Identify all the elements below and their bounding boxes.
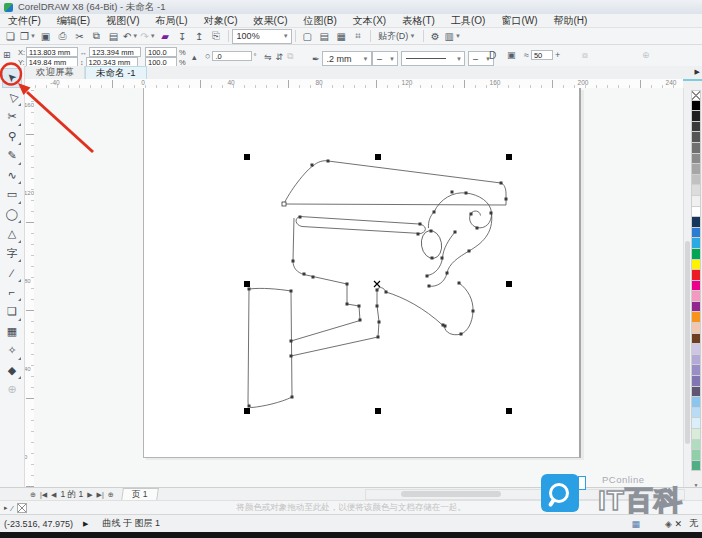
color-swatch[interactable] (691, 122, 701, 133)
mirror-vertical-button[interactable]: ⇵ (274, 52, 286, 62)
color-swatch[interactable] (691, 154, 701, 165)
previous-page-button[interactable]: ◀ (49, 491, 58, 499)
color-swatch[interactable] (691, 440, 701, 451)
color-swatch[interactable] (691, 249, 701, 260)
color-swatch[interactable] (691, 291, 701, 302)
application-launcher-button[interactable]: ▥ ▼ (445, 29, 461, 43)
color-swatch[interactable] (691, 302, 701, 313)
polygon-tool[interactable]: △ (2, 224, 22, 244)
document-palette-icon[interactable]: ▦ (631, 519, 640, 529)
arrow-start-combo[interactable]: –▼ (372, 51, 398, 66)
outline-width-combo[interactable]: .2 mm▼ (322, 51, 372, 66)
zoom-level-combo[interactable]: 100%▼ (232, 29, 292, 44)
menu-item[interactable]: 视图(V) (98, 14, 147, 27)
vertical-scrollbar-thumb[interactable] (685, 241, 690, 444)
interactive-fill-tool[interactable]: ◆ (2, 361, 22, 381)
redo-button[interactable]: ↷ ▼ (140, 29, 155, 43)
color-swatch[interactable] (691, 238, 701, 249)
mirror-horizontal-button[interactable]: ⇋ (262, 52, 274, 62)
first-page-button[interactable]: |◀ (38, 491, 49, 499)
document-page[interactable] (143, 88, 581, 458)
color-eyedropper-tool[interactable]: ✧ (2, 341, 22, 361)
color-swatch[interactable] (691, 429, 701, 440)
color-swatch[interactable] (691, 101, 701, 112)
connector-tool[interactable]: ⌐ (2, 283, 22, 303)
publish-pdf-button[interactable]: ⎘ (209, 29, 224, 43)
color-swatch[interactable] (691, 143, 701, 154)
color-swatch[interactable] (691, 376, 701, 387)
color-swatch[interactable] (691, 132, 701, 143)
color-swatch[interactable] (691, 281, 701, 292)
color-swatch[interactable] (691, 270, 701, 281)
color-swatch[interactable] (691, 344, 701, 355)
color-swatch[interactable] (691, 185, 701, 196)
color-swatch[interactable] (691, 111, 701, 122)
document-tab[interactable]: 欢迎屏幕 (26, 66, 85, 79)
document-tab[interactable]: 未命名 -1 (85, 66, 147, 79)
menu-item[interactable]: 效果(C) (246, 14, 296, 27)
menu-item[interactable]: 布局(L) (147, 14, 195, 27)
color-swatch[interactable] (691, 365, 701, 376)
paste-button[interactable]: ▤ (106, 29, 121, 43)
menu-item[interactable]: 文本(X) (345, 14, 394, 27)
smoothing-stepper[interactable]: + (553, 50, 562, 60)
shape-tool[interactable]: ▷ (2, 88, 22, 108)
pick-tool[interactable]: ➤ (2, 68, 22, 88)
color-swatch[interactable] (691, 334, 701, 345)
drawing-canvas[interactable] (34, 88, 683, 487)
rotation-angle-input[interactable]: .0 (212, 51, 252, 61)
rectangle-tool[interactable]: ▭ (2, 185, 22, 205)
color-swatch[interactable] (691, 450, 701, 461)
color-swatch[interactable] (691, 260, 701, 271)
search-content-button[interactable]: ▰ (158, 29, 173, 43)
zoom-tool[interactable]: ⚲ (2, 127, 22, 147)
save-button[interactable]: ▣ (38, 29, 53, 43)
last-page-button[interactable]: ▶| (95, 491, 106, 499)
show-guides-button[interactable]: ⌗ (351, 29, 366, 43)
weld-button[interactable]: ⧉ (285, 51, 295, 62)
crop-tool[interactable]: ✂ (2, 107, 22, 127)
color-swatch[interactable] (691, 175, 701, 186)
open-button[interactable]: ❐ ▼ (20, 29, 36, 43)
show-grid-button[interactable]: ▦ (334, 29, 349, 43)
text-tool[interactable]: 字 (2, 244, 22, 264)
undo-button[interactable]: ↶ ▼ (123, 29, 138, 43)
menu-item[interactable]: 对象(C) (196, 14, 246, 27)
menu-item[interactable]: 编辑(E) (49, 14, 98, 27)
tab-scroll-right-button[interactable]: ▶ (695, 68, 700, 76)
smoothing-input[interactable]: 50 (531, 50, 553, 60)
new-document-button[interactable]: ❏ (3, 29, 18, 43)
color-swatch[interactable] (691, 387, 701, 398)
print-button[interactable]: ⎙ (55, 29, 70, 43)
transparency-tool[interactable]: ▦ (2, 322, 22, 342)
two-point-line-tool[interactable]: ∿ (2, 166, 22, 186)
add-page-button[interactable]: ⊕ (28, 491, 38, 499)
color-swatch[interactable] (691, 207, 701, 218)
full-screen-preview-button[interactable]: ▢ (300, 29, 315, 43)
menu-item[interactable]: 帮助(H) (546, 14, 596, 27)
snap-to-button[interactable]: 贴齐(D)▼ (375, 29, 419, 43)
cut-button[interactable]: ✂ (72, 29, 87, 43)
color-swatch[interactable] (691, 461, 701, 472)
close-curve-button[interactable]: D (487, 50, 498, 61)
menu-item[interactable]: 工具(O) (443, 14, 493, 27)
line-style-combo[interactable]: ▼ (401, 51, 465, 66)
color-swatch[interactable] (691, 408, 701, 419)
color-swatch[interactable] (691, 196, 701, 207)
object-width-input[interactable]: 123.394 mm (89, 47, 141, 57)
options-button[interactable]: ⚙ (428, 29, 443, 43)
color-swatch[interactable] (691, 312, 701, 323)
show-rulers-button[interactable]: ▤ (317, 29, 332, 43)
scale-h-input[interactable]: 100.0 (145, 47, 177, 57)
copy-button[interactable]: ⧉ (89, 29, 104, 43)
menu-item[interactable]: 文件(F) (0, 14, 49, 27)
ellipse-tool[interactable]: ◯ (2, 205, 22, 225)
add-page-button-2[interactable]: ⊕ (106, 491, 116, 499)
next-page-button[interactable]: ▶ (85, 491, 94, 499)
parallel-dimension-tool[interactable]: ∕ (2, 263, 22, 283)
color-swatch[interactable] (691, 323, 701, 334)
no-color-swatch[interactable] (691, 90, 701, 101)
more-tools[interactable]: ⊕ (2, 380, 22, 400)
wrap-text-button[interactable]: ▣ (505, 50, 518, 60)
drop-shadow-tool[interactable]: ❏ (2, 302, 22, 322)
